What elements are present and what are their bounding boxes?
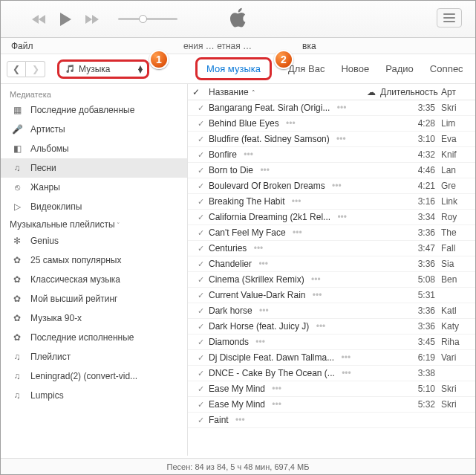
more-dots-icon[interactable]: •••	[332, 181, 342, 191]
nav-back-button[interactable]: ❮	[7, 61, 26, 77]
media-type-picker[interactable]: Музыка ▴▾	[57, 59, 149, 79]
tab-new[interactable]: Новое	[341, 63, 369, 74]
playlist-item-label: Плейлист	[30, 352, 71, 362]
song-artist: Skri	[441, 384, 471, 394]
song-title: Dj Disciple Feat. Dawn Tallma... •••	[209, 352, 380, 363]
playlist-item-3[interactable]: ✿Мой высший рейтинг	[1, 289, 187, 308]
playlist-item-6[interactable]: ♫Плейлист	[1, 347, 187, 366]
more-dots-icon[interactable]: •••	[316, 321, 326, 332]
song-row[interactable]: ✓Dj Disciple Feat. Dawn Tallma... •••6:1…	[188, 350, 475, 366]
song-row[interactable]: ✓Boulevard Of Broken Dreams •••4:21Gre	[188, 178, 475, 194]
song-duration: 3:36	[380, 306, 441, 316]
volume-slider[interactable]	[118, 18, 177, 20]
song-row[interactable]: ✓Chandelier •••3:36Sia	[188, 256, 475, 272]
song-duration: 3:45	[380, 337, 441, 347]
more-dots-icon[interactable]: •••	[258, 259, 268, 269]
more-dots-icon[interactable]: •••	[272, 399, 281, 410]
song-title: Bangarang Feat. Sirah (Origi... •••	[209, 103, 380, 113]
menu-file[interactable]: Файл	[7, 39, 38, 53]
sidebar-item-2[interactable]: ◧Альбомы	[1, 139, 187, 158]
song-row[interactable]: ✓Cinema (Skrillex Remix) •••5:08Ben	[188, 272, 475, 288]
more-dots-icon[interactable]: •••	[272, 384, 281, 394]
song-title: Behind Blue Eyes •••	[209, 118, 380, 129]
more-dots-icon[interactable]: •••	[342, 352, 351, 363]
playlist-icon: ✿	[11, 332, 23, 343]
song-duration: 3:34	[380, 212, 441, 222]
more-dots-icon[interactable]: •••	[244, 149, 253, 160]
more-dots-icon[interactable]: •••	[337, 103, 347, 113]
more-dots-icon[interactable]: •••	[342, 368, 351, 378]
more-dots-icon[interactable]: •••	[337, 212, 347, 222]
music-note-icon	[65, 65, 74, 74]
song-row[interactable]: ✓Bludfire (feat. Sidney Samson) •••3:10E…	[188, 132, 475, 147]
song-row[interactable]: ✓Dark Horse (feat. Juicy J) •••3:36Katy	[188, 319, 475, 335]
song-artist: Knif	[441, 149, 471, 160]
stepper-icon: ▴▾	[138, 65, 143, 73]
playlist-item-0[interactable]: ✻Genius	[1, 231, 187, 251]
tab-my-music[interactable]: Моя музыка	[195, 57, 272, 80]
tab-radio[interactable]: Радио	[385, 63, 414, 74]
song-title: Diamonds •••	[209, 337, 380, 347]
list-view-button[interactable]	[437, 8, 462, 28]
check-icon: ✓	[192, 306, 209, 316]
song-row[interactable]: ✓Bangarang Feat. Sirah (Origi... •••3:35…	[188, 100, 475, 116]
song-row[interactable]: ✓Ease My Mind •••5:10Skri	[188, 381, 475, 397]
more-dots-icon[interactable]: •••	[235, 415, 245, 425]
menu-truncated: ения … етная …	[179, 39, 256, 53]
tab-connect[interactable]: Connec	[430, 63, 463, 74]
sidebar-icon: ⎋	[11, 182, 23, 193]
song-row[interactable]: ✓Current Value-Dark Rain •••5:31	[188, 288, 475, 303]
column-duration[interactable]: Длительность	[380, 87, 441, 97]
more-dots-icon[interactable]: •••	[286, 118, 296, 129]
playlist-item-8[interactable]: ♫Lumpics	[1, 386, 187, 405]
column-checked[interactable]: ✓	[192, 87, 209, 97]
song-row[interactable]: ✓Dark horse •••3:36Katl	[188, 303, 475, 319]
song-row[interactable]: ✓DNCE - Cake By The Ocean (... •••3:38	[188, 366, 475, 381]
playlist-item-7[interactable]: ♫Leningrad(2) (convert-vid...	[1, 366, 187, 386]
tab-for-you[interactable]: Для Вас	[288, 63, 325, 74]
more-dots-icon[interactable]: •••	[259, 306, 269, 316]
song-row[interactable]: ✓Diamonds •••3:45Riha	[188, 335, 475, 350]
more-dots-icon[interactable]: •••	[311, 274, 321, 285]
sidebar-section-playlists[interactable]: Музыкальные плейлисты ˅	[1, 216, 187, 231]
column-cloud-icon[interactable]: ☁	[362, 87, 380, 97]
song-row[interactable]: ✓Bonfire •••4:32Knif	[188, 147, 475, 163]
next-button[interactable]	[84, 14, 99, 25]
nav-forward-button[interactable]: ❯	[26, 61, 45, 77]
song-duration: 3:16	[380, 196, 441, 207]
media-picker-label: Музыка	[79, 64, 141, 74]
song-row[interactable]: ✓Ease My Mind •••5:32Skri	[188, 397, 475, 413]
sidebar-icon: ◧	[11, 143, 23, 154]
column-name[interactable]: Название˄	[209, 87, 362, 97]
more-dots-icon[interactable]: •••	[313, 290, 322, 300]
sidebar-item-4[interactable]: ⎋Жанры	[1, 178, 187, 197]
more-dots-icon[interactable]: •••	[260, 165, 270, 175]
more-dots-icon[interactable]: •••	[254, 243, 264, 253]
song-row[interactable]: ✓Faint •••	[188, 413, 475, 428]
sidebar-item-3[interactable]: ♫Песни	[1, 158, 187, 178]
playlist-item-5[interactable]: ✿Последние исполненные	[1, 328, 187, 347]
more-dots-icon[interactable]: •••	[255, 337, 265, 347]
song-duration: 3:35	[380, 103, 441, 113]
column-artist[interactable]: Арт	[441, 87, 471, 97]
song-row[interactable]: ✓Behind Blue Eyes •••4:28Lim	[188, 116, 475, 132]
more-dots-icon[interactable]: •••	[336, 134, 346, 144]
previous-button[interactable]	[32, 14, 47, 25]
song-row[interactable]: ✓Centuries •••3:47Fall	[188, 241, 475, 256]
sidebar-item-0[interactable]: ▦Последние добавленные	[1, 100, 187, 120]
check-icon: ✓	[192, 337, 209, 347]
song-row[interactable]: ✓California Dreaming (2k1 Rel... •••3:34…	[188, 210, 475, 225]
play-button[interactable]	[59, 12, 72, 27]
song-row[interactable]: ✓Born to Die •••4:46Lan	[188, 163, 475, 178]
sidebar-icon: 🎤	[11, 124, 23, 135]
playlist-item-4[interactable]: ✿Музыка 90-х	[1, 308, 187, 328]
sidebar-item-5[interactable]: ▷Видеоклипы	[1, 197, 187, 216]
song-row[interactable]: ✓Can't Feel My Face •••3:36The	[188, 225, 475, 241]
more-dots-icon[interactable]: •••	[292, 196, 301, 207]
more-dots-icon[interactable]: •••	[293, 227, 302, 238]
song-row[interactable]: ✓Breaking The Habit •••3:16Link	[188, 194, 475, 210]
song-duration: 3:36	[380, 321, 441, 332]
playlist-item-2[interactable]: ✿Классическая музыка	[1, 270, 187, 289]
sidebar-item-1[interactable]: 🎤Артисты	[1, 120, 187, 139]
playlist-item-1[interactable]: ✿25 самых популярных	[1, 251, 187, 270]
